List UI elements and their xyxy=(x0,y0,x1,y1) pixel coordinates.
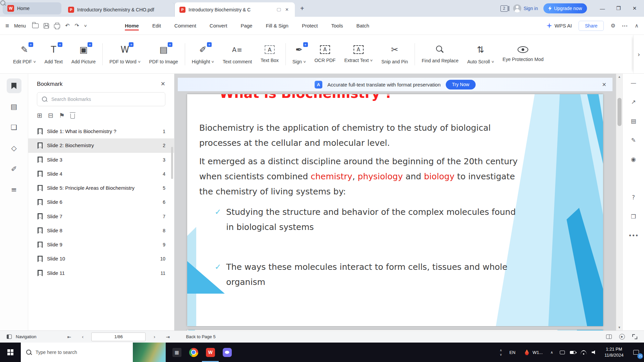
sidebar-attachments-icon[interactable]: ◇ xyxy=(7,141,21,156)
right-rail-document-icon[interactable]: ▤ xyxy=(628,116,639,126)
tool-auto-scroll-dropdown-icon[interactable]: ∨ xyxy=(491,60,494,63)
collapse-all-icon[interactable]: ⊟ xyxy=(48,112,53,119)
sidebar-thumbnails-icon[interactable]: ▤ xyxy=(7,99,21,114)
toolbar-expand-button[interactable]: › xyxy=(633,35,644,73)
tool-extract-text-dropdown-icon[interactable]: ∨ xyxy=(370,59,373,62)
bookmark-item-5[interactable]: Slide 5: Principle Areas of Biochemistry… xyxy=(28,181,174,195)
previous-page-button[interactable]: ‹ xyxy=(78,334,87,340)
scroll-down-arrow[interactable]: ▼ xyxy=(616,324,623,330)
close-panel-icon[interactable]: ✕ xyxy=(161,80,165,87)
taskbar-search-input[interactable] xyxy=(36,350,116,355)
ribbon-tab-edit[interactable]: Edit xyxy=(152,18,162,34)
language-indicator[interactable]: EN xyxy=(505,343,520,362)
bookmark-item-2[interactable]: Slide 2: Biochemistry2 xyxy=(28,138,174,153)
taskbar-app-chat[interactable] xyxy=(219,343,235,362)
minimize-button[interactable]: — xyxy=(594,5,610,11)
display-tray-icon[interactable] xyxy=(560,351,565,354)
ribbon-tab-protect[interactable]: Protect xyxy=(301,18,319,34)
right-rail-more-icon[interactable]: ••• xyxy=(628,231,639,241)
taskbar-app-task-view[interactable]: ▦ xyxy=(168,343,185,362)
search-highlight-image[interactable] xyxy=(133,343,166,362)
ribbon-tab-home[interactable]: Home xyxy=(124,18,140,34)
bookmark-item-8[interactable]: Slide 88 xyxy=(28,224,174,238)
upgrade-now-button[interactable]: Upgrade now xyxy=(543,3,587,13)
tool-eye-protection-mod[interactable]: Eye Protection Mod xyxy=(498,35,548,73)
tool-auto-scroll[interactable]: ⇅Auto Scroll∨ xyxy=(463,35,498,73)
back-to-page-link[interactable]: Back to Page 5 xyxy=(186,334,215,339)
settings-gear-icon[interactable]: ⚙ xyxy=(610,22,615,29)
collapse-ribbon-icon[interactable]: ∧ xyxy=(635,22,639,29)
tool-pdf-to-image[interactable]: ▤+PDF to Image xyxy=(145,35,182,73)
open-file-icon[interactable] xyxy=(32,23,39,28)
navigation-label[interactable]: Navigation xyxy=(16,334,36,339)
tool-text-comment[interactable]: A≡Text comment xyxy=(218,35,256,73)
tool-pdf-to-word[interactable]: W+PDF to Word∨ xyxy=(105,35,145,73)
expand-all-icon[interactable]: ⊞ xyxy=(37,112,42,119)
sidebar-bookmark-icon[interactable] xyxy=(7,78,21,93)
taskbar-scroll-down[interactable]: ∨ xyxy=(500,353,502,356)
print-icon[interactable] xyxy=(54,24,60,28)
sidebar-signature-icon[interactable]: ✐ xyxy=(7,162,21,176)
tool-highlight[interactable]: ✐+Highlight∨ xyxy=(187,35,218,73)
close-tab-icon[interactable]: ✕ xyxy=(284,6,290,13)
scroll-up-arrow[interactable]: ▲ xyxy=(616,74,623,80)
tool-edit-pdf[interactable]: ✎+Edit PDF∨ xyxy=(9,35,40,73)
taskbar-search-box[interactable] xyxy=(21,343,166,362)
navigation-panel-icon[interactable] xyxy=(7,335,12,339)
ribbon-tab-batch[interactable]: Batch xyxy=(356,18,370,34)
hamburger-menu-icon[interactable]: ≡ xyxy=(5,22,9,29)
bookmark-item-3[interactable]: Slide 33 xyxy=(28,153,174,167)
action-center-button[interactable]: 15 xyxy=(628,343,644,362)
taskbar-app-chrome[interactable] xyxy=(185,343,202,362)
banner-close-icon[interactable]: ✕ xyxy=(602,81,606,88)
tool-text-box[interactable]: AText Box xyxy=(256,35,283,73)
bookmark-search-box[interactable] xyxy=(37,92,165,106)
play-slideshow-icon[interactable]: ▶ xyxy=(619,334,625,340)
right-rail-search-icon[interactable] xyxy=(628,173,639,183)
right-rail-collapse-panel-icon[interactable]: — xyxy=(628,78,639,88)
screen-share-icon[interactable]: 🖵 xyxy=(277,7,281,12)
right-rail-read-mode-icon[interactable]: ❒ xyxy=(628,212,639,222)
sidebar-comments-icon[interactable]: ❏ xyxy=(7,120,21,135)
bookmark-search-input[interactable] xyxy=(51,97,161,102)
bookmark-item-4[interactable]: Slide 44 xyxy=(28,167,174,181)
page-scroll-area[interactable]: What is Biochemistry ? Biochemistry is t… xyxy=(174,91,616,330)
try-now-button[interactable]: Try Now xyxy=(446,80,476,89)
ribbon-tab-page[interactable]: Page xyxy=(240,18,253,34)
ribbon-tab-convert[interactable]: Convert xyxy=(209,18,228,34)
tool-snip-and-pin[interactable]: ✂Snip and Pin xyxy=(377,35,412,73)
first-page-button[interactable]: ⇤ xyxy=(64,334,74,340)
add-bookmark-icon[interactable]: ⚑ xyxy=(59,112,65,119)
taskbar-app-wps[interactable]: W xyxy=(202,343,219,362)
bookmark-item-7[interactable]: Slide 77 xyxy=(28,209,174,224)
maximize-button[interactable]: ❐ xyxy=(610,5,627,11)
tool-highlight-dropdown-icon[interactable]: ∨ xyxy=(211,60,215,63)
last-page-button[interactable]: ⇥ xyxy=(163,334,172,340)
new-tab-button[interactable]: + xyxy=(295,5,310,12)
home-tab[interactable]: W Home xyxy=(3,2,61,14)
right-rail-annotate-icon[interactable]: ✎ xyxy=(628,135,639,145)
sign-in-button[interactable]: Sign in xyxy=(513,4,538,12)
volume-icon[interactable] xyxy=(592,350,597,355)
ribbon-tab-fill-sign[interactable]: Fill & Sign xyxy=(265,18,289,34)
tool-pdf-to-word-dropdown-icon[interactable]: ∨ xyxy=(138,60,141,63)
running-app-button[interactable]: W1... xyxy=(520,343,547,362)
page-indicator-input[interactable] xyxy=(91,333,146,341)
bookmark-item-10[interactable]: Slide 1010 xyxy=(28,252,174,266)
save-icon[interactable] xyxy=(44,23,49,28)
tool-sign-dropdown-icon[interactable]: ∨ xyxy=(303,60,306,63)
bookmark-item-11[interactable]: Slide 1111 xyxy=(28,266,174,280)
hidden-icons-chevron[interactable]: ∧ xyxy=(547,343,556,362)
delete-bookmark-icon[interactable] xyxy=(70,114,75,119)
redo-icon[interactable]: ↷ xyxy=(75,22,79,29)
menu-label[interactable]: Menu xyxy=(14,23,26,28)
wps-ai-button[interactable]: WPS AI xyxy=(546,23,572,28)
taskbar-scroll-up[interactable]: ∧ xyxy=(500,349,502,352)
tool-extract-text[interactable]: AExtract Text∨ xyxy=(340,35,377,73)
right-rail-stamp-icon[interactable]: ◉ xyxy=(628,154,639,164)
sidebar-layers-icon[interactable]: ≡ xyxy=(7,182,21,197)
chevron-down-icon[interactable]: ∨ xyxy=(84,24,87,27)
right-rail-help-icon[interactable]: ? xyxy=(628,192,639,202)
bookmark-item-6[interactable]: Slide 66 xyxy=(28,195,174,209)
read-mode-icon[interactable] xyxy=(606,335,612,339)
